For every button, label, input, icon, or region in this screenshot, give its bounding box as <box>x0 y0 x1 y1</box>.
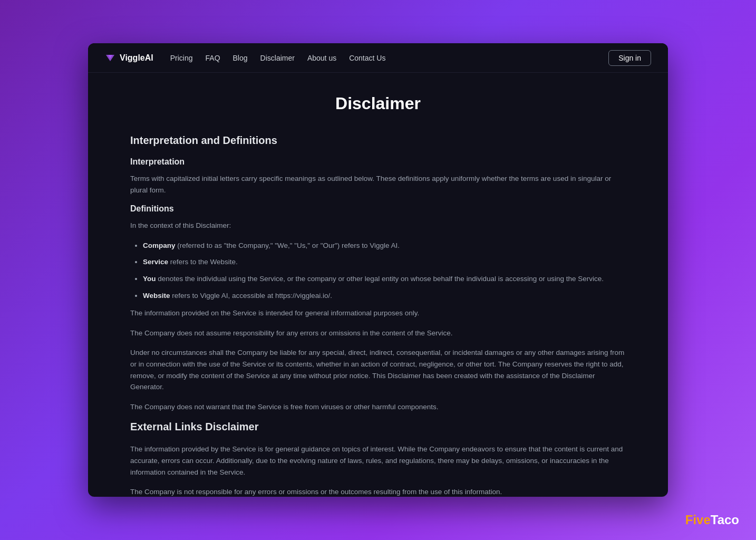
definition-you: You denotes the individual using the Ser… <box>143 273 626 285</box>
subsection-definitions: Definitions In the context of this Discl… <box>130 204 626 412</box>
navbar: ViggleAI Pricing FAQ Blog Disclaimer Abo… <box>88 43 668 73</box>
definition-website: Website refers to Viggle AI, accessible … <box>143 290 626 302</box>
def-company-text: (referred to as "the Company," "We," "Us… <box>177 242 400 249</box>
sign-in-button[interactable]: Sign in <box>608 50 651 66</box>
watermark: FiveTaco <box>685 513 739 527</box>
subsection-interpretation: Interpretation Terms with capitalized in… <box>130 157 626 196</box>
term-company: Company <box>143 242 176 249</box>
section-external-links: External Links Disclaimer The informatio… <box>130 421 626 497</box>
definition-company: Company (referred to as "the Company," "… <box>143 240 626 252</box>
subsection-title-interpretation: Interpretation <box>130 157 626 167</box>
definitions-para-2: The Company does not assume responsibili… <box>130 327 626 339</box>
nav-pricing[interactable]: Pricing <box>170 54 193 62</box>
nav-links: Pricing FAQ Blog Disclaimer About us Con… <box>170 54 386 62</box>
section-interpretation-definitions: Interpretation and Definitions Interpret… <box>130 134 626 412</box>
nav-about[interactable]: About us <box>307 54 336 62</box>
definitions-list: Company (referred to as "the Company," "… <box>143 240 626 301</box>
logo-text: ViggleAI <box>120 53 153 63</box>
definitions-para-3: Under no circumstances shall the Company… <box>130 347 626 392</box>
nav-contact[interactable]: Contact Us <box>349 54 385 62</box>
browser-window: ViggleAI Pricing FAQ Blog Disclaimer Abo… <box>88 43 668 497</box>
watermark-part1: Five <box>685 513 711 527</box>
external-links-para-1: The information provided by the Service … <box>130 443 626 478</box>
definitions-para-1: The information provided on the Service … <box>130 307 626 319</box>
term-you: You <box>143 275 156 283</box>
interpretation-text: Terms with capitalized initial letters c… <box>130 173 626 196</box>
definition-service: Service refers to the Website. <box>143 256 626 268</box>
term-service: Service <box>143 258 168 266</box>
def-website-text: refers to Viggle AI, accessible at https… <box>172 292 332 300</box>
def-service-text: refers to the Website. <box>170 258 238 266</box>
nav-disclaimer[interactable]: Disclaimer <box>260 54 295 62</box>
subsection-title-definitions: Definitions <box>130 204 626 214</box>
nav-faq[interactable]: FAQ <box>206 54 220 62</box>
nav-blog[interactable]: Blog <box>233 54 248 62</box>
external-links-para-2: The Company is not responsible for any e… <box>130 486 626 497</box>
def-you-text: denotes the individual using the Service… <box>158 275 604 283</box>
logo[interactable]: ViggleAI <box>105 53 153 63</box>
watermark-part2: Taco <box>711 513 739 527</box>
definitions-para-4: The Company does not warrant that the Se… <box>130 401 626 413</box>
main-content: Disclaimer Interpretation and Definition… <box>88 73 668 497</box>
section-title-interpretation-definitions: Interpretation and Definitions <box>130 134 626 147</box>
viggle-logo-icon <box>105 53 115 63</box>
section-title-external-links: External Links Disclaimer <box>130 421 626 433</box>
page-title: Disclaimer <box>130 94 626 113</box>
nav-left: ViggleAI Pricing FAQ Blog Disclaimer Abo… <box>105 53 385 63</box>
term-website: Website <box>143 292 170 300</box>
definitions-intro: In the context of this Disclaimer: <box>130 220 626 232</box>
